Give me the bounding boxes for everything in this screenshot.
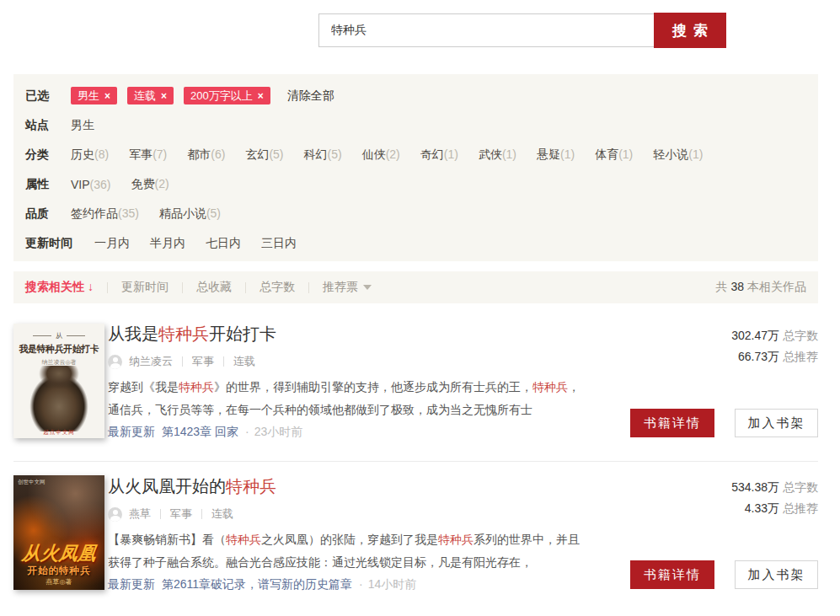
option-count: (7) bbox=[152, 147, 167, 161]
divider bbox=[201, 509, 202, 519]
latest-chapter-link[interactable]: 第1423章 回家 bbox=[162, 425, 238, 440]
add-to-shelf-button[interactable]: 加入书架 bbox=[735, 560, 818, 589]
latest-update-label: 最新更新 bbox=[108, 425, 155, 440]
option-name: 奇幻 bbox=[420, 147, 444, 161]
category-option[interactable]: 轻小说(1) bbox=[653, 147, 703, 163]
category-option[interactable]: 体育(1) bbox=[595, 147, 633, 163]
sort-total-collect[interactable]: 总收藏 bbox=[196, 280, 232, 295]
category-option[interactable]: 历史(8) bbox=[71, 147, 109, 163]
author-link[interactable]: 燕草 bbox=[129, 506, 151, 522]
update-option-3days[interactable]: 三日内 bbox=[261, 236, 297, 251]
category-row: 分类 历史(8) 军事(7) 都市(6) 玄幻(5) 科幻(5) 仙侠(2) 奇… bbox=[25, 146, 806, 163]
search-button[interactable]: 搜索 bbox=[654, 13, 726, 48]
divider bbox=[223, 356, 224, 367]
category-option[interactable]: 仙侠(2) bbox=[362, 147, 400, 163]
remove-tag-icon[interactable]: × bbox=[161, 90, 167, 102]
book-title-link[interactable]: 从我是特种兵开始打卡 bbox=[108, 323, 276, 345]
option-count: (2) bbox=[386, 147, 400, 161]
cover-publisher: 起点中文网 bbox=[13, 429, 104, 437]
option-count: (5) bbox=[269, 147, 283, 161]
category-link[interactable]: 军事 bbox=[192, 354, 214, 369]
book-description: 穿越到《我是特种兵》的世界，得到辅助引擎的支持，他逐步成为所有士兵的王，特种兵，… bbox=[108, 376, 580, 420]
book-result-item: 从 我是特种兵开始打卡 纳兰凌云◎著 起点中文网 从我是特种兵开始打卡 纳兰凌云… bbox=[13, 313, 818, 462]
recommend-stat: 66.73万总推荐 bbox=[731, 346, 818, 367]
novel-search-results-page: 搜索 已选 男生× 连载× 200万字以上× 清除全部 站点 男生 分类 历史(… bbox=[0, 0, 840, 616]
filter-tag-wordcount[interactable]: 200万字以上× bbox=[184, 87, 270, 104]
book-stats: 302.47万总字数 66.73万总推荐 bbox=[731, 325, 818, 367]
site-label: 站点 bbox=[25, 118, 49, 133]
sort-relevance[interactable]: 搜索相关性↓ bbox=[25, 280, 94, 295]
book-cover[interactable]: 从 我是特种兵开始打卡 纳兰凌云◎著 起点中文网 bbox=[13, 324, 104, 438]
book-detail-button[interactable]: 书籍详情 bbox=[630, 409, 714, 437]
highlighted-keyword: 特种兵 bbox=[179, 380, 214, 394]
quality-row: 品质 签约作品(35) 精品小说(5) bbox=[25, 205, 806, 222]
quality-option-signed[interactable]: 签约作品(35) bbox=[71, 206, 139, 222]
remove-tag-icon[interactable]: × bbox=[258, 90, 264, 102]
book-title-link[interactable]: 从火凤凰开始的特种兵 bbox=[108, 475, 276, 498]
search-input[interactable] bbox=[318, 13, 654, 47]
total-results-text: 共38本相关作品 bbox=[715, 280, 806, 295]
category-option[interactable]: 悬疑(1) bbox=[537, 147, 575, 163]
attribute-row: 属性 VIP(36) 免费(2) bbox=[25, 175, 806, 193]
quality-option-premium[interactable]: 精品小说(5) bbox=[159, 206, 221, 222]
divider bbox=[245, 282, 246, 293]
sort-update-time[interactable]: 更新时间 bbox=[121, 280, 169, 295]
book-cover[interactable]: 创世中文网 从火凤凰 开始的特种兵 燕草◎著 bbox=[13, 475, 104, 590]
clear-all-link[interactable]: 清除全部 bbox=[287, 88, 334, 104]
book-detail-button[interactable]: 书籍详情 bbox=[630, 560, 714, 589]
option-count: (1) bbox=[444, 147, 458, 161]
remove-tag-icon[interactable]: × bbox=[104, 90, 110, 102]
option-count: (2) bbox=[154, 177, 169, 190]
book-actions: 书籍详情 加入书架 bbox=[630, 560, 818, 589]
filter-panel: 已选 男生× 连载× 200万字以上× 清除全部 站点 男生 分类 历史(8) … bbox=[13, 74, 818, 261]
highlighted-keyword: 特种兵 bbox=[158, 324, 209, 343]
attribute-option-vip[interactable]: VIP(36) bbox=[71, 178, 110, 191]
attribute-option-free[interactable]: 免费(2) bbox=[131, 177, 169, 192]
author-avatar-icon bbox=[108, 355, 122, 369]
book-meta: 纳兰凌云 军事 连载 bbox=[108, 354, 255, 369]
author-link[interactable]: 纳兰凌云 bbox=[129, 354, 173, 369]
option-count: (5) bbox=[206, 206, 221, 220]
category-option[interactable]: 科幻(5) bbox=[304, 147, 342, 163]
recommend-stat: 4.33万总推荐 bbox=[731, 498, 818, 519]
cover-author: 燕草◎著 bbox=[13, 577, 104, 587]
sort-recommend-ticket[interactable]: 推荐票 bbox=[323, 280, 372, 295]
option-name: 仙侠 bbox=[362, 147, 386, 161]
category-option[interactable]: 都市(6) bbox=[187, 147, 225, 163]
category-option[interactable]: 武侠(1) bbox=[479, 147, 516, 163]
category-option[interactable]: 奇幻(1) bbox=[420, 147, 458, 163]
option-name: 轻小说 bbox=[653, 147, 688, 161]
sort-desc-arrow-icon: ↓ bbox=[88, 280, 94, 293]
option-name: 悬疑 bbox=[537, 147, 560, 161]
latest-chapter-link[interactable]: 第2611章破记录，谱写新的历史篇章 bbox=[162, 577, 352, 592]
filter-tag-boy[interactable]: 男生× bbox=[71, 87, 117, 104]
category-option[interactable]: 玄幻(5) bbox=[245, 147, 283, 163]
update-option-week[interactable]: 七日内 bbox=[206, 236, 241, 251]
tag-label: 男生 bbox=[78, 88, 99, 104]
sort-bar: 搜索相关性↓ 更新时间 总收藏 总字数 推荐票 共38本相关作品 bbox=[13, 271, 818, 303]
filter-tag-serial[interactable]: 连载× bbox=[127, 87, 174, 104]
book-result-item: 创世中文网 从火凤凰 开始的特种兵 燕草◎著 从火凤凰开始的特种兵 燕草 军事 … bbox=[13, 462, 818, 616]
update-option-halfmonth[interactable]: 半月内 bbox=[150, 236, 185, 251]
update-time-label: 更新时间 bbox=[25, 236, 72, 251]
option-name: 武侠 bbox=[479, 147, 502, 161]
latest-update-line: 最新更新 第1423章 回家 23小时前 bbox=[108, 425, 302, 440]
option-count: (1) bbox=[618, 147, 633, 161]
option-count: (8) bbox=[94, 147, 109, 161]
sort-total-words[interactable]: 总字数 bbox=[259, 280, 295, 295]
category-link[interactable]: 军事 bbox=[170, 506, 192, 522]
option-name: 签约作品 bbox=[71, 206, 118, 220]
option-name: 玄幻 bbox=[245, 147, 269, 161]
divider bbox=[107, 282, 108, 293]
category-option[interactable]: 军事(7) bbox=[129, 147, 167, 163]
total-results-count: 38 bbox=[730, 280, 744, 293]
add-to-shelf-button[interactable]: 加入书架 bbox=[735, 409, 818, 437]
option-count: (1) bbox=[502, 147, 516, 161]
option-name: 免费 bbox=[131, 177, 154, 190]
option-count: (5) bbox=[328, 147, 342, 161]
update-option-month[interactable]: 一月内 bbox=[94, 236, 130, 251]
cover-site-logo: 创世中文网 bbox=[18, 479, 45, 486]
status-text: 连载 bbox=[233, 354, 255, 369]
site-option-boy[interactable]: 男生 bbox=[71, 118, 94, 133]
latest-update-line: 最新更新 第2611章破记录，谱写新的历史篇章 14小时前 bbox=[108, 577, 416, 592]
